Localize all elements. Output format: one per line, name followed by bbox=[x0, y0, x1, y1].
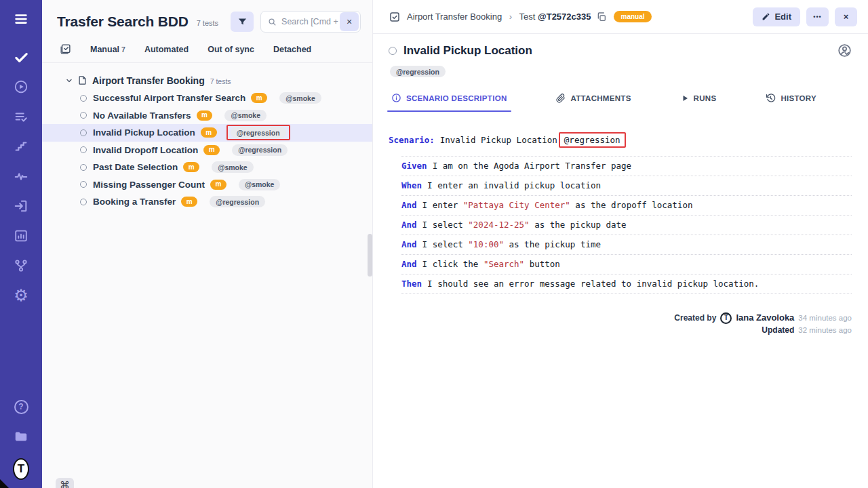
tag-pill[interactable]: @regression bbox=[232, 144, 288, 156]
tab-history[interactable]: HISTORY bbox=[766, 93, 816, 112]
breadcrumb: Airport Transfer Booking › Test @T2572c3… bbox=[407, 12, 591, 22]
test-list-panel: Trasfer Search BDD 7 tests × Manual7 Aut… bbox=[42, 0, 372, 488]
test-tree: Airport Transfer Booking 7 tests Success… bbox=[42, 63, 372, 211]
manual-badge[interactable]: m bbox=[210, 180, 226, 190]
created-label: Created by bbox=[674, 312, 716, 324]
test-status-icon bbox=[80, 199, 87, 205]
updated-time: 32 minutes ago bbox=[798, 324, 852, 336]
tag-pill[interactable]: @smoke bbox=[279, 92, 321, 104]
menu-icon[interactable] bbox=[13, 11, 29, 27]
scenario-description: Scenario: Invalid Pickup Location @regre… bbox=[389, 132, 852, 294]
chevron-down-icon[interactable] bbox=[65, 77, 73, 85]
close-button[interactable]: × bbox=[835, 7, 857, 26]
scenario-keyword: Scenario: bbox=[389, 135, 435, 145]
search-clear-button[interactable]: × bbox=[340, 12, 359, 31]
test-row[interactable]: Invalid Dropoff Location m @regression bbox=[42, 142, 372, 159]
list-filter-tabs: Manual7 Automated Out of sync Detached bbox=[42, 43, 372, 63]
select-all-icon[interactable] bbox=[60, 43, 71, 55]
docs-folder-icon[interactable] bbox=[13, 428, 29, 445]
tab-scenario-description[interactable]: SCENARIO DESCRIPTION bbox=[391, 93, 507, 112]
reports-icon[interactable] bbox=[13, 228, 29, 244]
suite-title: Trasfer Search BDD bbox=[57, 14, 189, 30]
pulse-icon[interactable] bbox=[13, 168, 29, 184]
gherkin-step: AndI enter "Pattaya City Center" as the … bbox=[401, 196, 852, 216]
gherkin-step: AndI select "2024-12-25" as the pickup d… bbox=[401, 216, 852, 235]
test-status-icon bbox=[80, 164, 87, 171]
test-row[interactable]: No Available Transfers m @smoke bbox=[42, 107, 372, 125]
detail-tabs: SCENARIO DESCRIPTION ATTACHMENTS RUNS bbox=[391, 93, 816, 112]
manual-badge[interactable]: m bbox=[183, 162, 199, 172]
test-status-icon bbox=[389, 47, 397, 55]
author-name: Iana Zavoloka bbox=[736, 312, 794, 324]
annotation-box: @regression bbox=[559, 132, 626, 148]
test-row[interactable]: Missing Passenger Count m @smoke bbox=[42, 176, 372, 194]
spec-file-icon bbox=[77, 75, 87, 85]
tag-pill[interactable]: @regression bbox=[390, 66, 446, 77]
tab-out-of-sync[interactable]: Out of sync bbox=[208, 45, 254, 54]
author-avatar[interactable]: T bbox=[720, 312, 732, 324]
tag-pill[interactable]: @regression bbox=[210, 196, 265, 207]
tab-manual[interactable]: Manual7 bbox=[90, 45, 125, 54]
meta-info: Created by T Iana Zavoloka 34 minutes ag… bbox=[389, 312, 852, 336]
list-header: Trasfer Search BDD 7 tests × bbox=[42, 0, 372, 33]
test-title: Invalid Pickup Location bbox=[403, 44, 532, 58]
gherkin-step: ThenI should see an error message relate… bbox=[401, 274, 852, 294]
folder-row[interactable]: Airport Transfer Booking 7 tests bbox=[42, 71, 372, 89]
checkbox-icon bbox=[389, 11, 401, 23]
test-row[interactable]: Successful Airport Transfer Search m @sm… bbox=[42, 89, 372, 107]
breadcrumb-test-label: Test bbox=[519, 12, 536, 22]
manual-badge[interactable]: m bbox=[197, 110, 213, 121]
test-row[interactable]: Booking a Transfer m @regression bbox=[42, 193, 372, 211]
breadcrumb-test-id[interactable]: @T2572c335 bbox=[538, 12, 591, 22]
filter-button[interactable] bbox=[231, 12, 254, 32]
tag-pill[interactable]: @regression bbox=[231, 127, 286, 138]
test-status-icon bbox=[80, 146, 87, 153]
play-circle-icon[interactable] bbox=[13, 79, 29, 95]
search-icon bbox=[267, 17, 277, 27]
settings-gear-icon[interactable]: ⚙ bbox=[13, 287, 29, 304]
suite-test-count: 7 tests bbox=[197, 19, 218, 27]
test-status-icon bbox=[80, 112, 87, 119]
search-box: × bbox=[260, 11, 361, 33]
import-icon[interactable] bbox=[13, 198, 29, 214]
test-row[interactable]: Past Date Selection m @smoke bbox=[42, 159, 372, 176]
tab-automated[interactable]: Automated bbox=[144, 45, 189, 54]
more-options-button[interactable]: ••• bbox=[806, 7, 829, 26]
test-detail-panel: Airport Transfer Booking › Test @T2572c3… bbox=[372, 0, 868, 488]
steps-icon[interactable] bbox=[13, 138, 29, 155]
branch-icon[interactable] bbox=[13, 258, 29, 274]
copy-icon[interactable] bbox=[596, 12, 607, 22]
tab-runs[interactable]: RUNS bbox=[681, 93, 717, 112]
folder-test-count: 7 tests bbox=[210, 77, 231, 85]
manual-badge[interactable]: m bbox=[201, 127, 217, 138]
tag-pill[interactable]: @smoke bbox=[212, 161, 254, 173]
gherkin-step: AndI select "10:00" as the pickup time bbox=[401, 235, 852, 255]
app-logo[interactable]: T bbox=[13, 458, 29, 480]
manual-badge[interactable]: m bbox=[181, 197, 197, 207]
updated-row: Updated 32 minutes ago bbox=[389, 324, 852, 336]
scenario-name: Invalid Pickup Location bbox=[440, 135, 557, 145]
command-key-hint: ⌘ bbox=[56, 478, 74, 488]
breadcrumb-folder[interactable]: Airport Transfer Booking bbox=[407, 12, 502, 22]
detail-header: Airport Transfer Booking › Test @T2572c3… bbox=[372, 0, 868, 34]
help-icon[interactable]: ? bbox=[13, 399, 29, 415]
manual-badge[interactable]: m bbox=[203, 145, 220, 155]
tab-detached[interactable]: Detached bbox=[273, 45, 311, 54]
paperclip-icon bbox=[556, 94, 566, 103]
cursor-artifact bbox=[0, 479, 9, 488]
tag-pill[interactable]: @smoke bbox=[239, 179, 281, 190]
scrollbar-thumb[interactable] bbox=[368, 234, 372, 277]
list-check-icon[interactable] bbox=[13, 108, 29, 125]
search-input[interactable] bbox=[281, 17, 349, 26]
test-row-selected[interactable]: Invalid Pickup Location m @regression bbox=[42, 124, 372, 142]
annotation-box: @regression bbox=[226, 125, 290, 140]
assignee-icon[interactable] bbox=[837, 43, 852, 58]
tests-icon[interactable] bbox=[13, 49, 29, 65]
edit-button[interactable]: Edit bbox=[753, 7, 800, 26]
tag-pill[interactable]: @smoke bbox=[224, 110, 267, 121]
tab-attachments[interactable]: ATTACHMENTS bbox=[556, 93, 631, 112]
info-icon bbox=[391, 93, 401, 103]
scenario-title-line: Scenario: Invalid Pickup Location @regre… bbox=[389, 132, 852, 148]
manual-badge[interactable]: m bbox=[251, 93, 267, 103]
folder-name[interactable]: Airport Transfer Booking bbox=[92, 75, 205, 86]
